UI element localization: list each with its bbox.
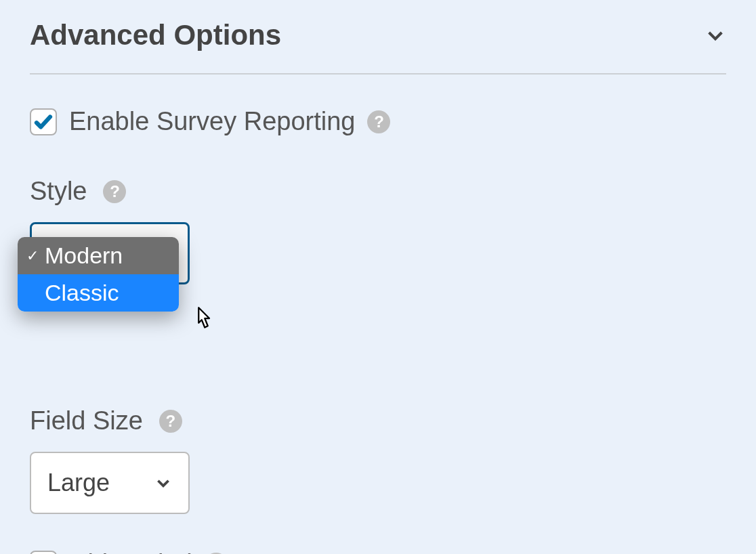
style-option-classic[interactable]: Classic (18, 274, 179, 312)
style-option-modern[interactable]: ✓ Modern (18, 237, 179, 274)
hide-label-checkbox[interactable] (30, 551, 57, 555)
field-size-value: Large (47, 469, 110, 497)
advanced-options-header[interactable]: Advanced Options (30, 14, 726, 74)
hide-label-label: Hide Label (69, 549, 192, 554)
field-size-label-row: Field Size ? (30, 406, 726, 435)
check-icon: ✓ (26, 247, 39, 265)
enable-survey-reporting-label: Enable Survey Reporting (69, 107, 355, 136)
pointer-cursor-icon (191, 306, 215, 333)
field-size-select[interactable]: Large (30, 452, 190, 514)
chevron-down-icon (154, 474, 172, 492)
style-option-label: Classic (45, 280, 119, 306)
style-dropdown-menu: ✓ Modern Classic (18, 237, 179, 312)
style-option-label: Modern (45, 242, 123, 269)
style-select-wrap: ✓ Modern Classic (30, 222, 190, 284)
field-size-label: Field Size (30, 406, 143, 435)
chevron-down-icon (705, 24, 726, 46)
help-icon[interactable]: ? (103, 180, 126, 203)
style-field-group: Style ? ✓ Modern Classic (30, 177, 726, 284)
enable-survey-reporting-checkbox[interactable] (30, 108, 57, 135)
style-label: Style (30, 177, 87, 206)
help-icon[interactable]: ? (367, 110, 390, 133)
hide-label-row: Hide Label ? (30, 549, 726, 554)
help-icon[interactable]: ? (159, 410, 182, 433)
enable-survey-reporting-row: Enable Survey Reporting ? (30, 107, 726, 136)
section-title: Advanced Options (30, 19, 281, 51)
style-label-row: Style ? (30, 177, 726, 206)
field-size-group: Field Size ? Large (30, 406, 726, 514)
